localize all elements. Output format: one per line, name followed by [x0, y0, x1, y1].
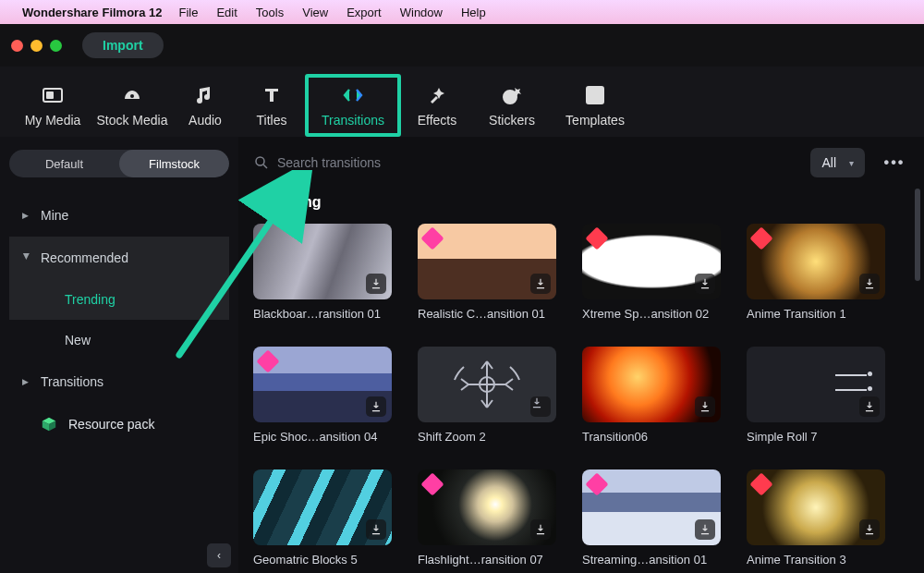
transition-card[interactable]: Geomatric Blocks 5 [253, 469, 392, 567]
transition-grid: Blackboar…ransition 01 Realistic C…ansit… [253, 224, 909, 573]
download-icon[interactable] [859, 519, 880, 540]
thumbnail[interactable] [253, 469, 392, 545]
download-icon[interactable] [366, 519, 386, 540]
stock-media-icon [119, 83, 145, 107]
nav-titles[interactable]: Titles [238, 74, 305, 137]
download-icon[interactable] [366, 396, 386, 417]
scrollbar[interactable] [915, 189, 920, 281]
download-icon[interactable] [530, 274, 551, 294]
nav-stock-media[interactable]: Stock Media [92, 74, 172, 137]
more-button[interactable]: ••• [880, 148, 909, 177]
transitions-icon [340, 83, 366, 107]
download-icon[interactable] [859, 274, 880, 294]
nav-label: Audio [188, 113, 222, 128]
tree-new[interactable]: New [9, 320, 229, 360]
menu-window[interactable]: Window [400, 6, 443, 19]
transition-card[interactable]: Transition06 [582, 347, 721, 444]
maximize-window-icon[interactable] [50, 40, 62, 52]
tree-recommended[interactable]: ▶Recommended [9, 237, 229, 279]
transition-card[interactable]: Shift Zoom 2 [418, 347, 556, 444]
titles-icon [259, 83, 285, 107]
nav-audio[interactable]: Audio [172, 74, 238, 137]
thumbnail[interactable] [747, 347, 885, 422]
transition-card[interactable]: Xtreme Sp…ansition 02 [582, 224, 721, 321]
menu-tools[interactable]: Tools [256, 6, 284, 19]
thumbnail[interactable] [418, 224, 556, 299]
search-input[interactable]: Search transitions [253, 154, 381, 171]
thumbnail[interactable] [747, 469, 885, 545]
transition-card[interactable]: Anime Transition 3 [747, 469, 885, 567]
nav-effects[interactable]: Effects [401, 74, 473, 137]
thumbnail[interactable] [582, 347, 721, 422]
search-icon [253, 154, 270, 171]
chevron-right-icon: ▶ [22, 377, 31, 386]
nav-transitions[interactable]: Transitions [305, 74, 401, 137]
content-pane: Search transitions All▾ ••• Trending Bla… [238, 137, 924, 573]
download-icon[interactable] [530, 396, 551, 417]
menu-edit[interactable]: Edit [216, 6, 237, 19]
thumbnail[interactable] [582, 469, 721, 545]
nav-stickers[interactable]: Stickers [473, 74, 551, 137]
card-caption: Anime Transition 1 [747, 307, 885, 321]
thumbnail[interactable] [582, 224, 721, 299]
premium-badge-icon [749, 226, 772, 250]
my-media-icon [40, 83, 66, 107]
premium-badge-icon [585, 472, 608, 495]
titlebar: Import [0, 24, 924, 67]
nav-label: Effects [418, 113, 457, 128]
card-caption: Xtreme Sp…ansition 02 [582, 307, 721, 321]
premium-badge-icon [585, 226, 608, 250]
collapse-sidebar-button[interactable]: ‹ [207, 543, 231, 567]
import-button[interactable]: Import [82, 32, 164, 58]
minimize-window-icon[interactable] [30, 40, 43, 52]
transition-card[interactable]: Realistic C…ansition 01 [418, 224, 556, 321]
menu-view[interactable]: View [302, 6, 328, 19]
segment-control[interactable]: Default Filmstock [9, 150, 229, 177]
segment-default[interactable]: Default [9, 150, 119, 177]
download-icon[interactable] [695, 396, 715, 417]
download-icon[interactable] [859, 396, 880, 417]
svg-point-2 [130, 94, 134, 98]
transition-card[interactable]: Blackboar…ransition 01 [253, 224, 392, 321]
premium-badge-icon [749, 472, 772, 495]
thumbnail[interactable] [418, 347, 556, 422]
download-icon[interactable] [695, 519, 715, 540]
nav-label: Templates [565, 113, 625, 128]
segment-filmstock[interactable]: Filmstock [119, 150, 229, 177]
transition-card[interactable]: Simple Roll 7 [747, 347, 885, 444]
download-icon[interactable] [695, 274, 715, 294]
tree-transitions[interactable]: ▶Transitions [9, 360, 229, 403]
card-caption: Simple Roll 7 [747, 430, 885, 444]
templates-icon [582, 83, 608, 107]
nav-my-media[interactable]: My Media [13, 74, 92, 137]
card-caption: Realistic C…ansition 01 [418, 307, 556, 321]
tree-mine[interactable]: ▶Mine [9, 194, 229, 237]
thumbnail[interactable] [253, 224, 392, 299]
premium-badge-icon [256, 349, 279, 372]
transition-card[interactable]: Streaming…ansition 01 [582, 469, 721, 567]
menubar-app-name: Wondershare Filmora 12 [22, 6, 162, 19]
nav-templates[interactable]: Templates [551, 74, 639, 137]
card-caption: Anime Transition 3 [747, 553, 885, 567]
tree-trending[interactable]: Trending [9, 279, 229, 320]
menu-help[interactable]: Help [461, 6, 486, 19]
close-window-icon[interactable] [11, 40, 23, 52]
transition-card[interactable]: Anime Transition 1 [747, 224, 885, 321]
transition-card[interactable]: Epic Shoc…ansition 04 [253, 347, 392, 444]
tree-resource-pack[interactable]: Resource pack [9, 403, 229, 445]
thumbnail[interactable] [747, 224, 885, 299]
thumbnail[interactable] [253, 347, 392, 422]
content-toolbar: Search transitions All▾ ••• [253, 144, 909, 181]
section-title: Trending [259, 194, 909, 211]
window-controls [11, 40, 62, 52]
menu-file[interactable]: File [178, 6, 198, 19]
thumbnail[interactable] [418, 469, 556, 545]
menu-export[interactable]: Export [346, 6, 382, 19]
filter-dropdown[interactable]: All▾ [810, 148, 865, 177]
download-icon[interactable] [366, 274, 386, 294]
transition-card[interactable]: Flashlight…ransition 07 [418, 469, 556, 567]
download-icon[interactable] [530, 519, 551, 540]
card-caption: Epic Shoc…ansition 04 [253, 430, 392, 444]
tree-label: Mine [41, 208, 68, 223]
import-label: Import [103, 38, 143, 53]
